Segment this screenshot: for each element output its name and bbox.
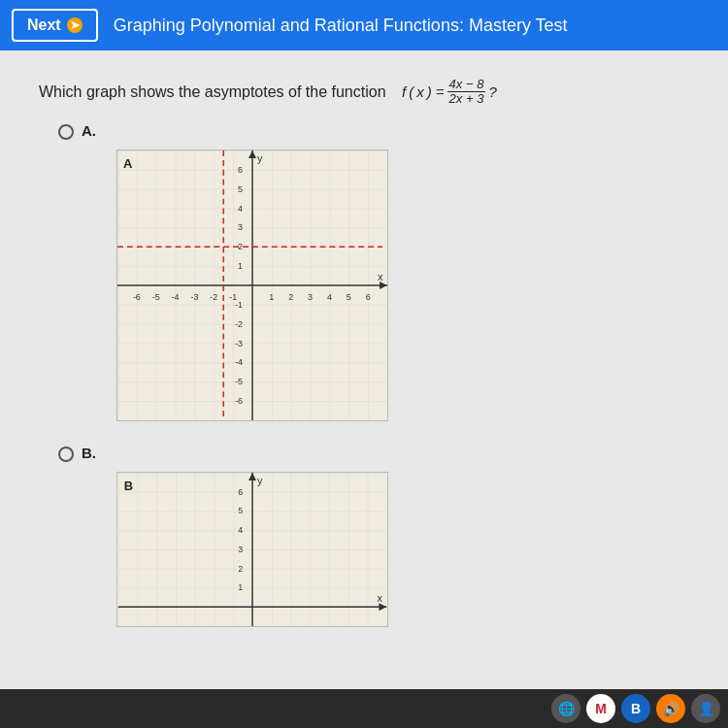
graph-b-wrapper: 6 5 4 3 2 1 x y B (116, 472, 388, 631)
svg-text:1: 1 (238, 582, 243, 592)
svg-text:4: 4 (327, 291, 332, 301)
graph-a-svg: -6 -5 -4 -3 -2 -1 1 2 3 4 5 6 6 5 4 3 2 … (116, 149, 388, 421)
main-content: Which graph shows the asymptotes of the … (0, 50, 728, 689)
taskbar-icon-earth[interactable]: 🌐 (551, 694, 580, 723)
svg-text:5: 5 (238, 506, 243, 515)
svg-text:4: 4 (238, 525, 243, 535)
graph-a-wrapper: -6 -5 -4 -3 -2 -1 1 2 3 4 5 6 6 5 4 3 2 … (116, 149, 388, 425)
svg-text:1: 1 (238, 261, 243, 271)
svg-text:-2: -2 (235, 318, 243, 328)
taskbar-icon-gmail[interactable]: M (586, 694, 615, 723)
question-text: Which graph shows the asymptotes of the … (39, 78, 709, 107)
svg-text:y: y (257, 474, 263, 485)
svg-text:2: 2 (238, 563, 243, 573)
svg-text:-4: -4 (235, 357, 243, 367)
header: Next ➤ Graphing Polynomial and Rational … (0, 0, 728, 50)
option-a-letter: A. (82, 122, 96, 139)
svg-text:-6: -6 (133, 291, 141, 301)
svg-text:-4: -4 (172, 291, 180, 301)
taskbar-icon-sound[interactable]: 🔊 (656, 694, 685, 723)
svg-text:x: x (377, 592, 382, 604)
denominator: 2x + 3 (447, 92, 486, 106)
taskbar-icon-b[interactable]: B (621, 694, 650, 723)
question-body: Which graph shows the asymptotes of the … (39, 83, 386, 101)
option-b-radio[interactable] (58, 447, 74, 462)
svg-text:6: 6 (366, 291, 371, 301)
svg-text:-2: -2 (210, 291, 217, 301)
svg-text:-6: -6 (235, 396, 243, 406)
svg-text:4: 4 (238, 203, 243, 213)
next-button[interactable]: Next ➤ (12, 9, 98, 42)
svg-text:5: 5 (238, 183, 243, 193)
svg-text:6: 6 (238, 164, 243, 174)
svg-text:-3: -3 (235, 338, 243, 347)
svg-text:-5: -5 (235, 377, 243, 386)
svg-text:3: 3 (308, 291, 313, 301)
svg-text:5: 5 (347, 291, 351, 301)
graph-b-svg: 6 5 4 3 2 1 x y B (116, 472, 388, 627)
svg-text:2: 2 (288, 291, 293, 301)
taskbar: 🌐 M B 🔊 👤 (0, 689, 728, 728)
svg-text:-3: -3 (190, 291, 198, 301)
numerator: 4x − 8 (447, 78, 486, 92)
svg-text:A: A (123, 155, 132, 170)
option-a-container: A. (58, 122, 709, 425)
svg-text:3: 3 (238, 545, 243, 554)
next-label: Next (27, 17, 61, 34)
svg-text:y: y (257, 152, 263, 164)
svg-text:x: x (378, 271, 383, 282)
formula: f(x) = 4x − 8 2x + 3 ? (402, 78, 497, 107)
svg-text:-1: -1 (235, 299, 243, 309)
option-a-label[interactable]: A. (58, 122, 709, 140)
svg-text:1: 1 (269, 291, 274, 301)
taskbar-icon-user[interactable]: 👤 (691, 694, 720, 723)
option-b-label[interactable]: B. (58, 445, 709, 462)
next-arrow-icon: ➤ (67, 17, 83, 33)
svg-text:6: 6 (238, 486, 243, 496)
svg-text:3: 3 (238, 222, 243, 232)
option-a-radio[interactable] (58, 124, 74, 140)
svg-text:B: B (124, 478, 133, 492)
option-b-letter: B. (82, 445, 96, 461)
fraction: 4x − 8 2x + 3 (447, 78, 486, 107)
svg-text:-5: -5 (152, 291, 160, 301)
option-b-container: B. 6 5 4 (58, 445, 709, 631)
page-title: Graphing Polynomial and Rational Functio… (114, 16, 568, 36)
